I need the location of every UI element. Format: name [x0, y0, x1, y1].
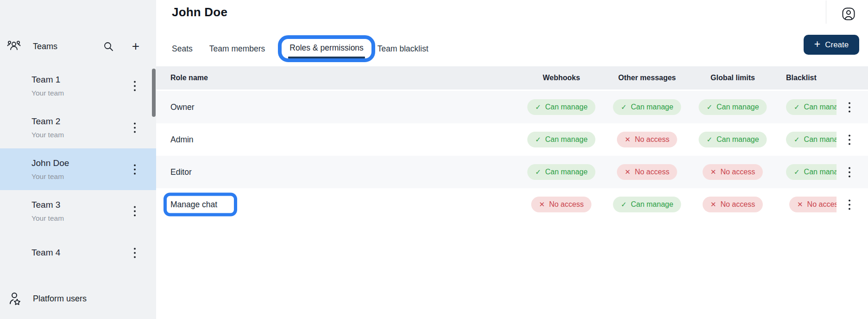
check-icon: ✓	[535, 103, 541, 111]
column-header-other-messages: Other messages	[618, 74, 676, 82]
teams-sidebar: Teams + Team 1 Your team Team 2 Your tea…	[0, 0, 156, 319]
column-header-blacklist: Blacklist	[777, 74, 837, 82]
team-list: Team 1 Your team Team 2 Your team John D…	[0, 65, 156, 274]
permission-badge: ✕No access	[617, 164, 677, 180]
team-item-1[interactable]: Team 1 Your team	[0, 65, 156, 107]
blacklist-badge-clipped: ✕No access	[777, 197, 837, 212]
account-icon[interactable]	[842, 7, 855, 20]
page-title: John Doe	[172, 5, 227, 19]
permission-badge: ✓Can manage	[613, 197, 681, 212]
permission-badge: ✓Can manage	[698, 99, 767, 115]
sidebar-scrollbar[interactable]	[152, 69, 156, 117]
teams-group-icon	[7, 40, 21, 53]
check-icon: ✓	[621, 200, 627, 209]
row-menu-icon[interactable]	[847, 99, 852, 115]
blacklist-badge-clipped: ✓Can manage	[777, 164, 837, 180]
team-menu-icon[interactable]	[132, 203, 138, 219]
permission-badge: ✓Can manage	[527, 99, 595, 115]
cross-icon: ✕	[539, 200, 545, 209]
row-menu-icon[interactable]	[847, 197, 852, 213]
tab-team-members[interactable]: Team members	[209, 44, 265, 54]
permission-badge: ✓Can manage	[613, 99, 681, 115]
plus-icon: +	[814, 39, 820, 50]
sidebar-header: Teams +	[0, 39, 156, 54]
cross-icon: ✕	[711, 200, 717, 209]
permission-badge: ✓Can manage	[698, 132, 767, 147]
platform-users-item[interactable]: Platform users	[0, 284, 156, 313]
table-header-row: Role name Webhooks Other messages Global…	[156, 66, 868, 91]
tab-roles-permissions-active[interactable]: Roles & permissions	[282, 39, 371, 58]
main-content: John Doe + Create Seats Team members Rol…	[156, 0, 868, 319]
manage-chat-highlight-ring: Manage chat	[164, 193, 237, 217]
team-item-3[interactable]: Team 3 Your team	[0, 190, 156, 232]
platform-users-label: Platform users	[33, 294, 87, 304]
active-tab-underline	[288, 57, 365, 58]
permission-badge: ✕No access	[703, 164, 763, 180]
tab-seats[interactable]: Seats	[172, 44, 193, 54]
tab-team-blacklist[interactable]: Team blacklist	[377, 44, 428, 54]
tab-bar: Seats Team members Roles & permissions T…	[172, 33, 428, 64]
cross-icon: ✕	[797, 200, 803, 209]
team-menu-icon[interactable]	[132, 245, 138, 261]
column-header-webhooks: Webhooks	[543, 74, 580, 82]
role-name: Manage chat	[170, 200, 217, 209]
column-header-role-name: Role name	[170, 74, 208, 82]
check-icon: ✓	[706, 135, 712, 144]
create-button[interactable]: + Create	[804, 35, 859, 55]
table-row-manage-chat[interactable]: Manage chat ✕No access ✓Can manage ✕No a…	[156, 188, 868, 221]
permission-badge: ✓Can manage	[527, 164, 595, 180]
platform-users-icon	[9, 291, 21, 306]
column-header-global-limits: Global limits	[711, 74, 755, 82]
sidebar-title: Teams	[33, 42, 103, 51]
tab-roles-permissions-highlight-ring[interactable]: Roles & permissions	[278, 35, 375, 62]
table-row-editor[interactable]: Editor ✓Can manage ✕No access ✕No access…	[156, 156, 868, 188]
team-item-john-doe-selected[interactable]: John Doe Your team	[0, 148, 156, 190]
team-menu-icon[interactable]	[132, 120, 138, 136]
check-icon: ✓	[794, 135, 800, 144]
permission-badge: ✕No access	[531, 197, 591, 212]
blacklist-badge-clipped: ✓Can manage	[777, 99, 837, 115]
check-icon: ✓	[794, 168, 800, 176]
check-icon: ✓	[535, 135, 541, 144]
table-row-admin[interactable]: Admin ✓Can manage ✕No access ✓Can manage…	[156, 123, 868, 156]
blacklist-badge-clipped: ✓Can manage	[777, 132, 837, 147]
create-button-label: Create	[825, 40, 849, 50]
permission-badge: ✓Can manage	[527, 132, 595, 147]
cross-icon: ✕	[625, 135, 631, 144]
cross-icon: ✕	[711, 168, 717, 176]
roles-table: Role name Webhooks Other messages Global…	[156, 66, 868, 221]
permission-badge: ✕No access	[703, 197, 763, 212]
table-row-owner[interactable]: Owner ✓Can manage ✓Can manage ✓Can manag…	[156, 91, 868, 123]
role-name: Editor	[170, 167, 192, 177]
cross-icon: ✕	[625, 168, 631, 176]
row-menu-icon[interactable]	[847, 132, 852, 148]
check-icon: ✓	[706, 103, 712, 111]
permission-badge: ✕No access	[617, 132, 677, 147]
team-menu-icon[interactable]	[132, 78, 138, 94]
row-menu-icon[interactable]	[847, 164, 852, 180]
team-menu-icon[interactable]	[132, 161, 138, 178]
check-icon: ✓	[621, 103, 627, 111]
role-name: Owner	[170, 102, 195, 112]
topbar-divider	[826, 0, 826, 24]
check-icon: ✓	[535, 168, 541, 176]
tab-roles-permissions-label: Roles & permissions	[288, 43, 365, 53]
check-icon: ✓	[794, 103, 800, 111]
add-team-icon[interactable]: +	[132, 41, 139, 51]
search-icon[interactable]	[103, 41, 113, 51]
role-name: Admin	[170, 135, 194, 145]
team-item-4[interactable]: Team 4	[0, 232, 156, 274]
team-item-2[interactable]: Team 2 Your team	[0, 107, 156, 148]
